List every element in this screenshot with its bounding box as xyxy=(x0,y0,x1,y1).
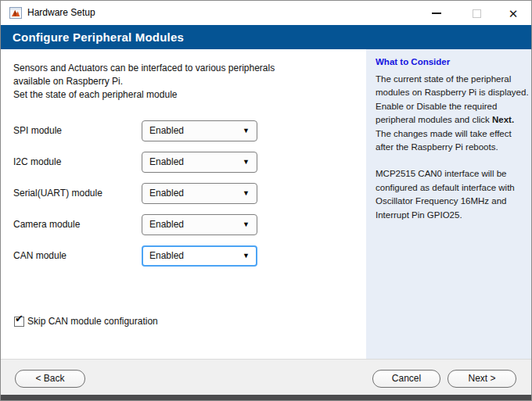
serial-uart-module-label: Serial(UART) module xyxy=(13,183,102,204)
spi-module-value: Enabled xyxy=(149,125,184,136)
close-button[interactable]: ✕ xyxy=(501,4,526,23)
page-title: Configure Peripheral Modules xyxy=(1,25,531,49)
next-button[interactable]: Next > xyxy=(448,370,516,388)
intro-text: Sensors and Actuators can be interfaced … xyxy=(13,62,275,88)
minimize-button[interactable] xyxy=(424,4,449,23)
minimize-icon xyxy=(432,13,441,14)
window-bottom-border xyxy=(1,395,531,400)
skip-can-checkbox[interactable]: ✔ xyxy=(14,317,24,327)
can-module-value: Enabled xyxy=(149,250,184,261)
sidebar-p1-bold: Next. xyxy=(492,115,514,124)
can-module-select[interactable]: Enabled ▼ xyxy=(142,245,257,267)
main-content: Sensors and Actuators can be interfaced … xyxy=(1,49,365,359)
spi-module-select[interactable]: Enabled ▼ xyxy=(142,120,257,141)
intro-instruction: Set the state of each peripheral module xyxy=(13,88,177,102)
maximize-button[interactable] xyxy=(464,4,489,23)
maximize-icon xyxy=(473,9,481,18)
camera-module-value: Enabled xyxy=(149,219,184,230)
camera-module-select[interactable]: Enabled ▼ xyxy=(142,214,257,235)
skip-can-checkbox-label: Skip CAN module configuration xyxy=(27,316,158,327)
chevron-down-icon: ▼ xyxy=(243,152,250,172)
titlebar: Hardware Setup ✕ xyxy=(1,1,531,25)
chevron-down-icon: ▼ xyxy=(243,184,250,203)
matlab-app-icon xyxy=(9,7,22,19)
can-module-label: CAN module xyxy=(13,245,66,267)
sidebar-paragraph-2: MCP2515 CAN0 interface will be configure… xyxy=(376,167,530,222)
checkmark-icon: ✔ xyxy=(15,313,23,324)
i2c-module-label: I2C module xyxy=(13,152,61,173)
window-title: Hardware Setup xyxy=(27,1,95,25)
footer-bar: < Back Cancel Next > xyxy=(1,359,531,395)
close-icon: ✕ xyxy=(509,8,519,20)
hardware-setup-window: Hardware Setup ✕ Configure Peripheral Mo… xyxy=(0,0,532,401)
camera-module-label: Camera module xyxy=(13,214,80,235)
sidebar-paragraph-1: The current state of the peripheral modu… xyxy=(376,73,530,154)
spi-module-label: SPI module xyxy=(13,120,62,141)
skip-can-checkbox-row[interactable]: ✔ Skip CAN module configuration xyxy=(14,315,158,328)
cancel-button[interactable]: Cancel xyxy=(372,370,440,388)
i2c-module-select[interactable]: Enabled ▼ xyxy=(142,152,257,173)
chevron-down-icon: ▼ xyxy=(243,215,250,235)
chevron-down-icon: ▼ xyxy=(243,247,250,265)
serial-uart-module-select[interactable]: Enabled ▼ xyxy=(142,183,257,204)
sidebar-title: What to Consider xyxy=(376,57,522,66)
serial-uart-module-value: Enabled xyxy=(149,188,184,199)
i2c-module-value: Enabled xyxy=(149,156,184,167)
back-button[interactable]: < Back xyxy=(15,370,85,388)
chevron-down-icon: ▼ xyxy=(243,121,250,141)
sidebar-p1-text-after: The changes made will take effect after … xyxy=(376,129,512,152)
help-sidebar: What to Consider The current state of th… xyxy=(366,49,531,359)
